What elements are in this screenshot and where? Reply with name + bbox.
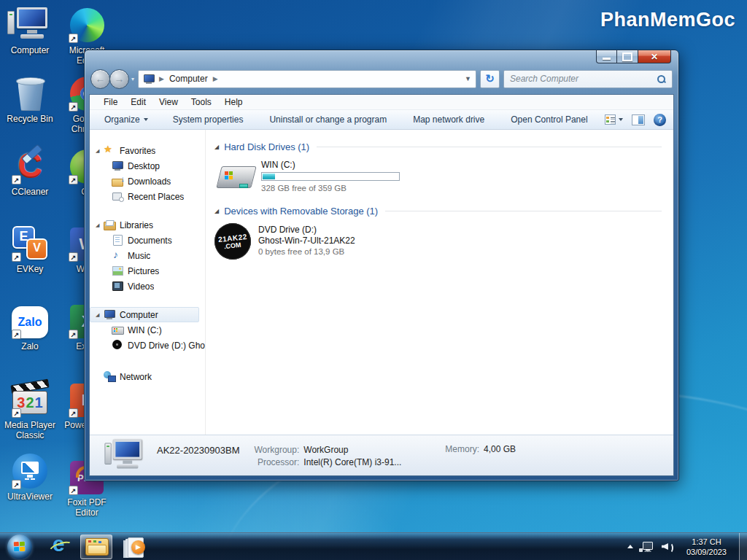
change-view-button[interactable] [605,114,623,125]
desktop-icon-label: EVKey [3,264,57,274]
show-desktop-button[interactable] [739,533,747,560]
nav-pictures[interactable]: Pictures [90,263,205,279]
address-dropdown-chevron-icon[interactable]: ▼ [465,75,471,82]
uninstall-program-button[interactable]: Uninstall or change a program [262,112,394,127]
taskbar-explorer-button[interactable] [80,534,112,559]
shortcut-arrow-icon [12,175,21,184]
explorer-window: ▾ ▶ Computer ▶ ▼ Search Computer File Ed… [84,50,679,481]
group-rule [385,211,662,211]
internet-explorer-icon [49,536,71,558]
nav-computer[interactable]: ◢Computer [90,307,199,322]
windows-flag-icon [14,541,26,552]
close-button[interactable] [638,50,671,63]
group-header-removable[interactable]: ◢ Devices with Removable Storage (1) [214,206,662,217]
expander-icon[interactable]: ◢ [96,222,104,228]
refresh-button[interactable] [480,70,500,88]
drive-name: WIN (C:) [261,160,400,170]
dvd-volume-label: Ghost-Win-7-Ult-21AK22 [258,236,355,246]
capacity-fill [263,174,275,179]
chevron-down-icon [619,118,623,121]
nav-documents[interactable]: Documents [90,233,205,248]
menu-view[interactable]: View [152,96,185,109]
desktop-icon-label: UltraViewer [3,491,57,502]
nav-win-c[interactable]: WIN (C:) [90,322,205,338]
media-player-classic-icon: 321 [3,381,57,417]
system-properties-button[interactable]: System properties [166,112,251,127]
breadcrumb-computer[interactable]: Computer [167,72,210,85]
pictures-icon [112,265,124,276]
network-icon [104,371,116,382]
nav-videos[interactable]: Videos [90,279,205,294]
group-header-hard-disks[interactable]: ◢ Hard Disk Drives (1) [214,141,662,152]
nav-dvd-d[interactable]: DVD Drive (D:) Ghos [90,338,205,353]
menu-tools[interactable]: Tools [185,96,218,109]
help-button[interactable]: ? [654,114,666,126]
forward-button[interactable] [109,69,129,89]
network-tray-icon[interactable] [641,541,654,552]
shortcut-arrow-icon [69,175,78,184]
desktop-icon [112,160,124,171]
map-network-drive-button[interactable]: Map network drive [406,112,492,127]
shortcut-arrow-icon [12,252,21,262]
chevron-down-icon [144,118,148,121]
clock-date: 03/09/2023 [686,547,727,557]
start-button[interactable] [7,534,32,559]
recent-pages-chevron-icon[interactable]: ▾ [131,76,134,82]
show-hidden-icons-button[interactable] [627,545,633,548]
hard-drive-icon [217,162,254,192]
search-input[interactable]: Search Computer [503,70,673,88]
menu-edit[interactable]: Edit [124,96,152,109]
desktop-icon-label: Zalo [3,341,57,351]
items-view: ◢ Hard Disk Drives (1) WIN (C:) 328 GB f… [205,130,673,435]
desktop-icon-recycle-bin[interactable]: Recycle Bin [3,74,57,124]
nav-desktop[interactable]: Desktop [90,158,205,174]
desktop-icon-evkey[interactable]: EVKey [3,225,57,274]
videos-icon [112,281,124,292]
desktop-icon-label: CCleaner [3,187,57,197]
open-control-panel-button[interactable]: Open Control Panel [503,112,595,127]
zalo-icon: Zalo [3,302,57,338]
desktop-icon-computer[interactable]: Computer [3,6,57,55]
breadcrumb-arrow-icon[interactable]: ▶ [213,75,218,82]
volume-tray-icon[interactable] [662,541,674,552]
nav-libraries[interactable]: ◢Libraries [90,217,205,233]
computer-icon [143,74,155,85]
desktop-icon-ultraviewer[interactable]: UltraViewer [3,452,57,502]
taskbar-clock[interactable]: 1:37 CH 03/09/2023 [682,537,731,557]
taskbar-wmp-button[interactable] [117,534,149,559]
desktop-icon-label: Computer [3,45,57,55]
desktop-icon-zalo[interactable]: Zalo Zalo [3,302,57,351]
nav-network[interactable]: Network [90,369,205,384]
expander-icon[interactable]: ◢ [96,312,104,318]
address-input[interactable]: ▶ Computer ▶ ▼ [138,70,476,88]
desktop-icon-label: Media Player Classic [3,420,57,440]
menu-file[interactable]: File [97,96,124,109]
drive-item-dvd-d[interactable]: 21AK22 .COM DVD Drive (D:) Ghost-Win-7-U… [214,223,662,260]
minimize-button[interactable] [596,50,617,63]
collapse-triangle-icon[interactable]: ◢ [214,208,219,214]
shortcut-arrow-icon [69,252,78,262]
nav-favorites[interactable]: ◢Favorites [90,143,205,158]
nav-downloads[interactable]: Downloads [90,174,205,189]
capacity-bar [261,172,400,181]
maximize-button[interactable] [617,50,638,63]
desktop-icon-mpc[interactable]: 321 Media Player Classic [3,381,57,440]
preview-pane-button[interactable] [632,114,645,125]
expander-icon[interactable]: ◢ [96,148,104,154]
nav-recent-places[interactable]: Recent Places [90,189,205,204]
shortcut-arrow-icon [69,408,78,418]
organize-button[interactable]: Organize [97,112,155,127]
taskbar: 1:37 CH 03/09/2023 [0,532,747,560]
collapse-triangle-icon[interactable]: ◢ [214,144,219,150]
explorer-folder-icon [85,538,107,556]
drive-item-win-c[interactable]: WIN (C:) 328 GB free of 359 GB [217,159,662,192]
taskbar-ie-button[interactable] [44,534,76,559]
dvd-disc-icon [112,340,124,351]
back-button[interactable] [90,69,110,89]
desktop-icon-ccleaner[interactable]: C CCleaner [3,147,57,197]
desktop-icon-label: Foxit PDF Editor [60,497,114,518]
nav-music[interactable]: Music [90,248,205,263]
menu-help[interactable]: Help [218,96,249,109]
libraries-icon [104,219,116,230]
search-icon[interactable] [657,74,666,84]
